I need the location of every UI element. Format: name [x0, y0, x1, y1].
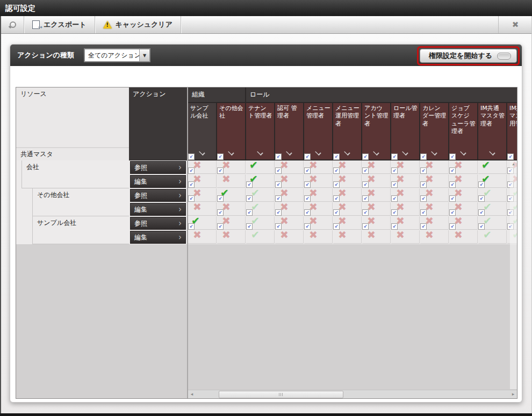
select-caret-icon[interactable]: ▼	[139, 49, 149, 61]
permission-cell-inherit-deny[interactable]: ↙✖	[362, 230, 391, 244]
column-header[interactable]: アカウント管理者	[362, 103, 390, 159]
column-header-label: メニュー管理者	[306, 105, 330, 119]
column-header-label: アカウント管理者	[364, 105, 389, 127]
scrollbar-thumb[interactable]	[219, 391, 343, 398]
content-area: アクションの種類 全てのアクション ▼ 権限設定を開始する リソース 共通マスタ…	[0, 34, 532, 413]
resource-pane: リソース 共通マスタ アクション 会社その他会社サンプル会社 参照›編集›参照›…	[16, 87, 188, 398]
column-header[interactable]: カレンダー管理者	[420, 103, 448, 159]
cells-pane-filler	[188, 244, 517, 390]
vertical-scrollbar[interactable]: ▴	[510, 161, 517, 389]
column-header[interactable]: IM共通マスタ管理者	[478, 103, 506, 159]
window-bottom-edge	[0, 413, 532, 416]
action-button[interactable]: 参照›	[130, 217, 186, 230]
chevron-down-icon	[286, 151, 292, 155]
action-button[interactable]: 参照›	[130, 161, 186, 174]
resource-cell: その他会社	[32, 188, 129, 216]
chevron-down-icon	[257, 151, 263, 155]
permission-cell-allow[interactable]: ✔	[478, 160, 507, 174]
action-type-select-value: 全てのアクション	[85, 49, 139, 61]
column-header-label: ロール管理者	[393, 105, 418, 119]
toolbar: → エクスポート ! キャッシュクリア ✖	[0, 16, 532, 34]
action-button[interactable]: 編集›	[130, 231, 186, 244]
resource-label: 会社	[22, 160, 129, 174]
permission-cell-inherit-deny[interactable]: ↙✖	[420, 230, 449, 244]
resource-label: サンプル会社	[33, 216, 129, 230]
column-header-label: メニュー運用管理者	[335, 105, 360, 127]
permission-cell-inherit-deny[interactable]: ↙✖	[217, 174, 246, 188]
close-button[interactable]: ✖	[498, 16, 532, 33]
close-icon: ✖	[512, 20, 519, 30]
column-header[interactable]: 認可 管理者	[275, 103, 303, 159]
deny-cross-icon: ✖	[222, 229, 231, 241]
column-header[interactable]: テナント管理者	[246, 103, 274, 159]
column-header-label: ジョブスケジューラ管理者	[451, 105, 476, 135]
column-header-label: テナント管理者	[248, 105, 272, 119]
deny-cross-icon: ✖	[367, 229, 376, 241]
export-arrow-icon: →	[38, 25, 42, 30]
cache-clear-button[interactable]: ! キャッシュクリア	[95, 16, 181, 33]
action-button[interactable]: 参照›	[130, 189, 186, 202]
permission-cell-inherit-deny[interactable]: ↙✖	[275, 230, 304, 244]
resource-cell: 会社	[21, 160, 129, 188]
permission-cell-inherit-deny[interactable]: ↙✖	[391, 230, 420, 244]
role-group-header: ロール	[246, 87, 517, 102]
horizontal-scrollbar[interactable]: ◂ ▸	[188, 390, 517, 398]
permission-cell-inherit-deny[interactable]: ↙✖	[188, 202, 217, 216]
scroll-up-icon[interactable]: ▴	[510, 161, 517, 167]
action-button-label: 編集	[134, 233, 147, 241]
scroll-right-icon[interactable]: ▸	[509, 390, 517, 398]
deny-cross-icon: ✖	[454, 229, 463, 241]
column-header-area: 組織 ロール サンプル会社その他会社テナント管理者認可 管理者メニュー管理者メニ…	[188, 87, 517, 160]
column-header[interactable]: メニュー管理者	[304, 103, 332, 159]
action-button[interactable]: 編集›	[130, 175, 186, 188]
action-button-label: 参照	[134, 164, 147, 171]
column-header-label: 認可 管理者	[277, 105, 297, 119]
resource-rows: 会社その他会社サンプル会社	[16, 160, 129, 244]
column-header[interactable]: サンプル会社	[188, 103, 216, 159]
start-permission-setting-label: 権限設定を開始する	[429, 51, 492, 61]
column-header[interactable]: ロール管理者	[391, 103, 419, 159]
export-button[interactable]: → エクスポート	[24, 16, 95, 33]
column-header[interactable]: ジョブスケジューラ管理者	[449, 103, 477, 159]
permission-cell-inherit-deny[interactable]: ↙✖	[449, 230, 478, 244]
permission-cell-inherit-deny[interactable]: ↙✖	[217, 230, 246, 244]
permission-cell-inherit-allow[interactable]: ↙✔	[478, 230, 507, 244]
deny-cross-icon: ✖	[193, 201, 202, 213]
inherited-allow-check-icon: ✔	[251, 229, 260, 241]
export-document-icon: →	[32, 20, 40, 29]
resource-pane-filler	[16, 244, 187, 398]
search-icon	[8, 21, 16, 29]
resource-label: その他会社	[33, 188, 129, 202]
scroll-left-icon[interactable]: ◂	[188, 390, 196, 398]
action-button[interactable]: 編集›	[130, 203, 186, 216]
column-header[interactable]: メニュー運用管理者	[333, 103, 361, 159]
cell-rows: ↙✖↙✖✔↙✖↙✖↙✖↙✖↙✖↙✖↙✖✔↙✖↙✖↙✖✔↙✖↙✖↙✖↙✖↙✖↙✖↙…	[188, 160, 517, 244]
action-rows: 参照›編集›参照›編集›参照›編集›	[129, 160, 187, 244]
search-button[interactable]	[0, 16, 24, 33]
permission-cell-inherit-deny[interactable]: ↙✖	[333, 230, 362, 244]
inherited-allow-check-icon: ✔	[483, 229, 492, 241]
action-column-header: アクション	[129, 87, 187, 160]
window-title: 認可設定	[0, 0, 532, 16]
chevron-right-icon: ›	[178, 162, 182, 173]
application-window: 認可設定 → エクスポート ! キャッシュクリア ✖ アクションの種類 全てのア…	[0, 0, 532, 416]
org-group-header: 組織	[188, 87, 245, 102]
column-header[interactable]: IM共通マスタ運用管理者	[507, 103, 517, 159]
action-type-label: アクションの種類	[17, 45, 74, 66]
start-permission-setting-button[interactable]: 権限設定を開始する	[420, 49, 517, 63]
column-header-label: サンプル会社	[190, 105, 209, 119]
permission-cell-inherit-deny[interactable]: ↙✖	[188, 230, 217, 244]
resource-column-header: リソース	[16, 87, 129, 147]
cache-clear-button-label: キャッシュクリア	[116, 20, 172, 30]
permission-cell-allow[interactable]: ✔	[246, 160, 275, 174]
deny-cross-icon: ✖	[193, 229, 202, 241]
action-button-label: 参照	[134, 192, 147, 199]
action-button-label: 編集	[134, 206, 147, 213]
root-resource-row[interactable]: 共通マスタ	[16, 147, 129, 160]
permission-cell-inherit-deny[interactable]: ↙✖	[304, 230, 333, 244]
chevron-down-icon	[373, 151, 379, 155]
permission-cell-inherit-allow[interactable]: ↙✔	[246, 230, 275, 244]
chevron-right-icon: ›	[178, 189, 182, 201]
action-type-select[interactable]: 全てのアクション ▼	[84, 49, 150, 62]
column-header[interactable]: その他会社	[217, 103, 245, 159]
